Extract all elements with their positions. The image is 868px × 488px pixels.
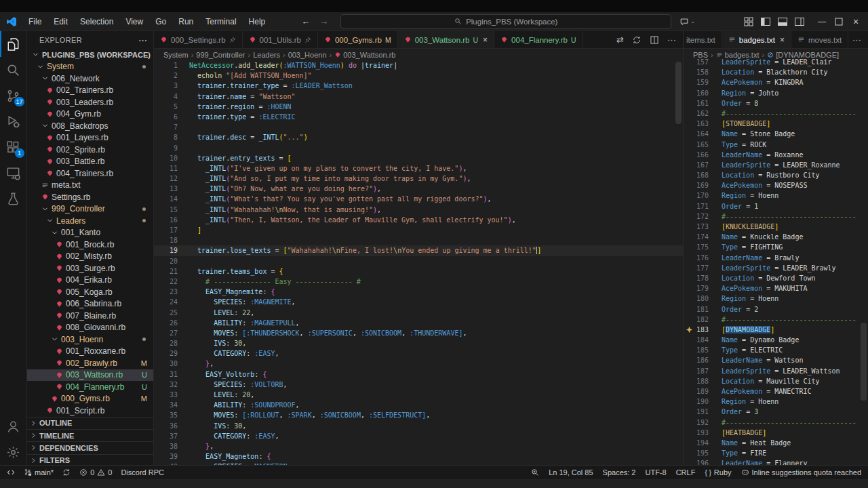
close-window-button[interactable]: × — [850, 16, 861, 27]
tree-file-002-trainers-rb[interactable]: 002_Trainers.rb — [27, 85, 153, 97]
code-line[interactable]: 34 ABILITY: :SOUNDPROOF, — [154, 400, 683, 410]
code-line[interactable]: 18 — [154, 235, 683, 245]
code-line[interactable]: 5 trainer.region = :HOENN — [154, 102, 683, 112]
maximize-button[interactable] — [833, 16, 844, 27]
status-cursor-position[interactable]: Ln 19, Col 85 — [549, 468, 593, 476]
code-line[interactable]: 175Type = FIGHTING — [684, 242, 868, 252]
code-line[interactable]: 167LeaderSprite = LEADER_Roxanne — [684, 160, 868, 170]
tree-file-002-brawly-rb[interactable]: 002_Brawly.rbM — [27, 357, 153, 369]
status-zoom-indicator[interactable] — [531, 468, 539, 476]
code-line[interactable]: 186LeaderName = Wattson — [684, 355, 868, 365]
code-line[interactable]: 196LeaderName = Flannery — [684, 458, 868, 465]
close-icon[interactable]: × — [780, 35, 785, 45]
code-line[interactable]: 4 trainer.name = "Wattson" — [154, 92, 683, 102]
code-line[interactable]: 184Name = Dynamo Badge — [684, 335, 868, 345]
code-line[interactable]: 33 LEVEL: 20, — [154, 390, 683, 400]
code-line[interactable]: 25 LEVEL: 22, — [154, 308, 683, 318]
code-line[interactable]: 185Type = ELECTRIC — [684, 345, 868, 355]
status-language-mode[interactable]: { }Ruby — [705, 468, 731, 476]
code-line[interactable]: 36 IVS: 30, — [154, 421, 683, 431]
tree-file-006-sabrina-rb[interactable]: 006_Sabrina.rb — [27, 298, 153, 310]
activity-account[interactable] — [0, 413, 27, 439]
tree-folder-003-hoenn[interactable]: 003_Hoenn — [27, 333, 153, 346]
tree-folder-leaders[interactable]: Leaders — [27, 215, 153, 227]
tab-items-txt[interactable]: items.txt — [684, 31, 722, 48]
code-line[interactable]: 8 trainer.desc = _INTL("...") — [154, 132, 683, 142]
more-actions-icon[interactable]: ⋯ — [138, 35, 148, 45]
code-line[interactable]: 20 — [154, 256, 683, 266]
sync-dots-icon[interactable] — [632, 35, 642, 45]
tree-file-004-erika-rb[interactable]: 004_Erika.rb — [27, 274, 153, 287]
menu-item-terminal[interactable]: Terminal — [199, 15, 242, 28]
tree-file-008-giovanni-rb[interactable]: 008_Giovanni.rb — [27, 322, 153, 334]
more-actions-icon[interactable]: ··· — [852, 35, 861, 45]
code-line[interactable]: 15 _INTL("Wahahahah!\nNow, that is amusi… — [154, 205, 683, 215]
code-line[interactable]: 192#-------------------------------- — [684, 418, 868, 428]
code-line[interactable]: 171Order = 1 — [684, 201, 868, 211]
breadcrumb-item[interactable]: System — [163, 51, 189, 59]
code-line[interactable]: 27 MOVES: [:THUNDERSHOCK, :SUPERSONIC, :… — [154, 328, 683, 338]
code-line[interactable]: 187LeaderSprite = LEADER_Wattson — [684, 366, 868, 376]
code-line[interactable]: 190Region = Hoenn — [684, 396, 868, 407]
tree-folder-system[interactable]: System — [27, 61, 153, 73]
scrollbar[interactable] — [675, 62, 682, 124]
tree-file-001-brock-rb[interactable]: 001_Brock.rb — [27, 239, 153, 251]
code-line[interactable]: 169AcePokemon = NOSEPASS — [684, 180, 868, 190]
code-line[interactable]: 35 MOVES: [:ROLLOUT, :SPARK, :SONICBOOM,… — [154, 410, 683, 420]
tree-file-003-wattson-rb[interactable]: 003_Wattson.rbU — [27, 369, 153, 382]
code-line[interactable]: 16 _INTL("Then, I, Wattson, the Leader o… — [154, 215, 683, 225]
code-editor[interactable]: 1NetAccessor.add_leader(:WATTSON_Hoenn) … — [154, 60, 683, 465]
toggle-panel-icon[interactable] — [777, 16, 788, 27]
breadcrumb-item[interactable]: 999_Controller — [196, 51, 245, 59]
status-eol[interactable]: CRLF — [676, 468, 696, 476]
status-encoding[interactable]: UTF-8 — [645, 468, 666, 476]
status-git-sync[interactable] — [62, 468, 71, 476]
swap-arrows-icon[interactable]: ⇄ — [616, 35, 624, 45]
menu-item-selection[interactable]: Selection — [74, 15, 119, 28]
tab-000-gyms-rb[interactable]: 000_Gyms.rbM — [318, 31, 398, 48]
tree-file-002-sprite-rb[interactable]: 002_Sprite.rb — [27, 144, 153, 156]
menu-item-run[interactable]: Run — [172, 15, 199, 28]
status-discord-rpc[interactable]: Discord RPC — [121, 468, 164, 476]
code-line[interactable]: 170Region = Hoenn — [684, 190, 868, 201]
code-line[interactable]: 17 ] — [154, 225, 683, 235]
tree-folder-999-controller[interactable]: 999_Controller — [27, 203, 153, 216]
code-line[interactable]: 179AcePokemon = MAKUHITA — [684, 283, 868, 293]
code-line[interactable]: 21 trainer.teams_box = { — [154, 266, 683, 277]
code-line[interactable]: 32 SPECIES: :VOLTORB, — [154, 380, 683, 390]
code-line[interactable]: 7 — [154, 122, 683, 132]
tree-file-002-misty-rb[interactable]: 002_Misty.rb — [27, 251, 153, 263]
tree-file-004-flannery-rb[interactable]: 004_Flannery.rbU — [27, 381, 153, 393]
code-line[interactable]: 6 trainer.type = :ELECTRIC — [154, 112, 683, 122]
tree-file-003-battle-rb[interactable]: 003_Battle.rb — [27, 156, 153, 168]
code-editor[interactable]: 157LeaderSprite = LEADER_Clair158Locatio… — [684, 57, 868, 465]
tree-file-001-layers-rb[interactable]: 001_Layers.rb — [27, 132, 153, 144]
code-line[interactable]: 9 — [154, 143, 683, 153]
tree-file-000-gyms-rb[interactable]: 000_Gyms.rbM — [27, 393, 153, 405]
scrollbar[interactable] — [861, 323, 867, 401]
code-line[interactable]: 195Type = FIRE — [684, 448, 868, 458]
tab-moves-txt[interactable]: moves.txt — [791, 31, 848, 48]
code-line[interactable]: 188Location = Mauville City — [684, 376, 868, 386]
code-line[interactable]: 23 EASY_Magnemite: { — [154, 287, 683, 297]
code-line[interactable]: 39 EASY_Magneton: { — [154, 451, 683, 462]
code-line[interactable]: 14 _INTL("What's that? You say you've go… — [154, 194, 683, 204]
close-icon[interactable]: × — [483, 35, 488, 45]
code-line[interactable]: 168Location = Rustboro City — [684, 170, 868, 180]
tree-file-004-trainers-rb[interactable]: 004_Trainers.rb — [27, 167, 153, 180]
activity-extensions[interactable]: 1 — [0, 134, 27, 160]
code-line[interactable]: 28 IVS: 30, — [154, 338, 683, 348]
code-line[interactable]: 19 trainer.lose_texts = ["Wahahahah!\nFi… — [154, 245, 683, 256]
code-line[interactable]: 30 }, — [154, 359, 683, 369]
tree-file-settings-rb[interactable]: Settings.rb — [27, 191, 153, 203]
chat-button[interactable]: ⌄ — [679, 17, 695, 26]
tab-001-utils-rb[interactable]: 001_Utils.rb — [243, 31, 318, 48]
code-line[interactable]: 12 _INTL("And so, I put my time into mak… — [154, 174, 683, 184]
tree-file-003-surge-rb[interactable]: 003_Surge.rb — [27, 262, 153, 274]
code-line[interactable]: 165Type = ROCK — [684, 140, 868, 150]
code-line[interactable]: 160Region = Johto — [684, 88, 868, 98]
code-line[interactable]: 173[KNUCKLEBADGE] — [684, 222, 868, 232]
code-line[interactable]: 163[STONEBADGE] — [684, 119, 868, 129]
tree-file-005-koga-rb[interactable]: 005_Koga.rb — [27, 286, 153, 298]
code-line[interactable]: 181Order = 2 — [684, 304, 868, 314]
